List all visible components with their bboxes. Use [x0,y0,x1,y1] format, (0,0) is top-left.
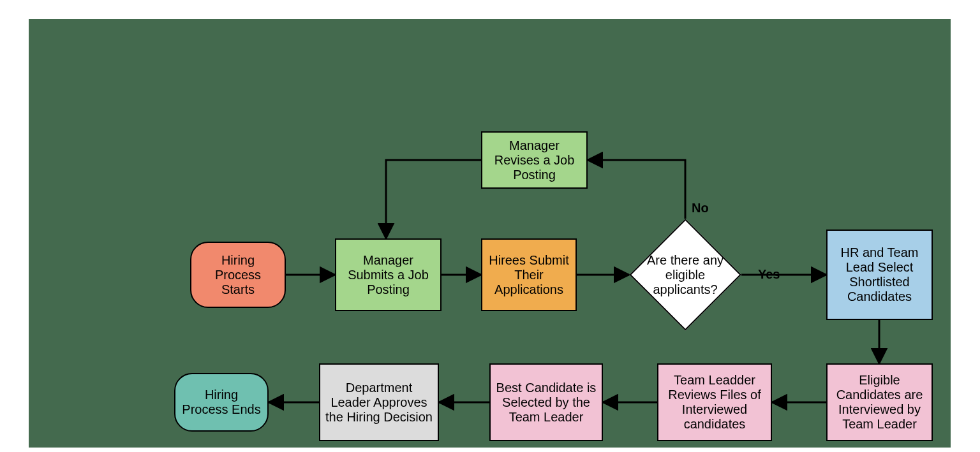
node-interview-label: Eligible Candidates are Interviewed by T… [833,373,926,432]
node-shortlist-label: HR and Team Lead Select Shortlisted Cand… [833,245,926,304]
page-background: Hiring Process Starts Manager Submits a … [0,0,980,452]
node-review: Team Leadder Reviews Files of Interviewe… [657,363,772,441]
node-hirees-submit: Hirees Submit Their Applications [481,238,577,311]
node-start-label: Hiring Process Starts [197,253,279,297]
node-end-label: Hiring Process Ends [181,388,262,417]
node-best-candidate: Best Candidate is Selected by the Team L… [489,363,603,441]
edge-label-yes: Yes [758,267,780,282]
edge-decision-revise [588,160,685,219]
node-revise-label: Manager Revises a Job Posting [487,138,581,182]
node-submit-label: Manager Submits a Job Posting [341,253,435,297]
node-end: Hiring Process Ends [174,373,269,432]
node-approve: Department Leader Approves the Hiring De… [319,363,439,441]
node-shortlist: HR and Team Lead Select Shortlisted Cand… [826,230,933,320]
node-decision-eligible: Are there any eligible applicants? [629,219,741,331]
node-approve-label: Department Leader Approves the Hiring De… [325,381,433,425]
node-best-label: Best Candidate is Selected by the Team L… [496,381,597,425]
node-interview: Eligible Candidates are Interviewed by T… [826,363,933,441]
edge-revise-submit [386,160,481,238]
node-submit-job-posting: Manager Submits a Job Posting [335,238,442,311]
edge-label-no: No [692,201,709,215]
node-decision-label: Are there any eligible applicants? [629,219,741,331]
node-hirees-label: Hirees Submit Their Applications [487,253,570,297]
node-review-label: Team Leadder Reviews Files of Interviewe… [664,373,766,432]
flowchart-surface: Hiring Process Starts Manager Submits a … [29,19,951,448]
node-revise-job-posting: Manager Revises a Job Posting [481,131,588,189]
node-start: Hiring Process Starts [190,242,286,308]
